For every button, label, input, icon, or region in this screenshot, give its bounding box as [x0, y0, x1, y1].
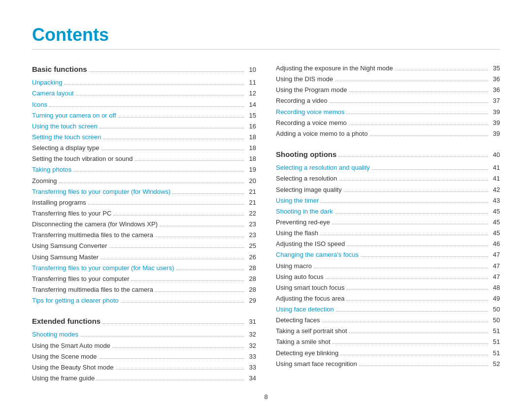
toc-entry: Changing the camera's focus47 — [276, 250, 500, 260]
toc-dots — [172, 193, 244, 194]
spacer — [276, 140, 500, 149]
toc-page-number: 45 — [490, 207, 500, 216]
toc-entry-label: Adding a voice memo to a photo — [276, 129, 367, 139]
toc-dots — [101, 150, 244, 150]
toc-page-number: 32 — [246, 341, 256, 351]
toc-page-number: 41 — [490, 163, 500, 173]
toc-entry-label: Installing programs — [32, 198, 86, 208]
toc-page-number: 18 — [246, 154, 256, 164]
toc-page-number: 29 — [246, 296, 256, 306]
toc-entry-label: Recording a video — [276, 96, 328, 106]
toc-entry-label: Adjusting the ISO speed — [276, 239, 345, 249]
toc-entry-label: Using auto focus — [276, 272, 324, 282]
title-divider — [32, 49, 500, 50]
toc-dots — [103, 139, 244, 139]
toc-entry-label: Setting the touch vibration or sound — [32, 154, 133, 164]
toc-entry: Adjusting the ISO speed46 — [276, 239, 500, 249]
toc-entry-label: Detecting eye blinking — [276, 348, 338, 358]
toc-dots — [102, 323, 244, 324]
toc-page-number: 42 — [490, 185, 500, 195]
toc-entry-label: Transferring multimedia files to the cam… — [32, 230, 153, 240]
toc-dots — [349, 124, 488, 125]
toc-page-number: 52 — [490, 359, 500, 369]
toc-dots — [88, 204, 244, 205]
toc-dots — [100, 259, 244, 259]
toc-entry: Using the Program mode36 — [276, 85, 500, 95]
toc-entry-label: Detecting faces — [276, 315, 320, 325]
toc-page-number: 41 — [490, 174, 500, 184]
toc-entry: Recording a voice memo39 — [276, 118, 500, 128]
toc-entry: Icons14 — [32, 100, 256, 110]
toc-page-number: 45 — [490, 228, 500, 238]
toc-entry: Installing programs21 — [32, 198, 256, 208]
toc-page-number: 25 — [246, 241, 256, 251]
toc-entry-label: Setting the touch screen — [32, 132, 101, 142]
toc-dots — [339, 180, 488, 181]
section-page-number: 40 — [490, 150, 500, 160]
page: Contents Basic functions10Unpacking11Cam… — [0, 0, 532, 401]
toc-entry: Using macro47 — [276, 261, 500, 271]
toc-entry-label: Camera layout — [32, 89, 74, 98]
toc-entry: Using the timer43 — [276, 196, 500, 206]
toc-entry: Shooting in the dark45 — [276, 207, 500, 216]
toc-dots — [109, 247, 244, 248]
toc-dots — [99, 358, 244, 359]
toc-entry: Using smart touch focus48 — [276, 283, 500, 293]
toc-page-number: 23 — [246, 219, 256, 229]
toc-page-number: 47 — [490, 272, 500, 282]
toc-entry-label: Disconnecting the camera (for Windows XP… — [32, 219, 158, 229]
toc-entry: Setting the touch vibration or sound18 — [32, 154, 256, 164]
toc-entry: Using the flash45 — [276, 228, 500, 238]
toc-dots — [176, 270, 245, 270]
left-column: Basic functions10Unpacking11Camera layou… — [32, 63, 256, 384]
toc-entry: Zooming20 — [32, 176, 256, 186]
toc-entry-label: Selecting image quality — [276, 185, 342, 195]
toc-dots — [49, 106, 244, 107]
toc-dots — [346, 114, 488, 114]
toc-entry: Recording a video37 — [276, 96, 500, 106]
section-page-number: 31 — [246, 317, 256, 327]
page-title: Contents — [32, 25, 500, 45]
toc-entry-label: Transferring files to your computer — [32, 274, 129, 284]
toc-entry: Using the touch screen16 — [32, 122, 256, 131]
toc-dots — [322, 322, 488, 322]
toc-entry-label: Adjusting the exposure in the Night mode — [276, 63, 393, 73]
toc-entry: Detecting faces50 — [276, 315, 500, 325]
toc-dots — [135, 160, 244, 161]
toc-page-number: 47 — [490, 261, 500, 271]
toc-dots — [332, 224, 488, 224]
toc-entry: Recording voice memos39 — [276, 107, 500, 117]
toc-page-number: 28 — [246, 263, 256, 273]
toc-dots — [346, 289, 488, 290]
toc-entry-label: Using Samsung Converter — [32, 241, 107, 251]
toc-entry: Taking a smile shot51 — [276, 337, 500, 347]
toc-entry-label: Zooming — [32, 176, 57, 186]
toc-dots — [336, 311, 488, 311]
toc-entry-label: Transferring files to your computer (for… — [32, 263, 174, 273]
toc-entry-label: Transferring multimedia files to the cam… — [32, 285, 153, 295]
toc-entry: Preventing red-eye45 — [276, 217, 500, 227]
toc-section-row: Basic functions10 — [32, 63, 256, 77]
toc-dots — [335, 213, 488, 214]
toc-page-number: 26 — [246, 252, 256, 262]
right-column: Adjusting the exposure in the Night mode… — [276, 63, 500, 384]
toc-entry: Turning your camera on or off15 — [32, 111, 256, 121]
toc-page-number: 36 — [490, 74, 500, 84]
toc-page-number: 12 — [246, 89, 256, 98]
spacer — [32, 307, 256, 315]
toc-page-number: 39 — [490, 129, 500, 139]
toc-page-number: 46 — [490, 239, 500, 249]
toc-page-number: 51 — [490, 348, 500, 358]
toc-entry-label: Using the Scene mode — [32, 352, 97, 362]
toc-entry-label: Taking photos — [32, 165, 71, 175]
toc-dots — [330, 102, 488, 103]
toc-entry-label: Shooting in the dark — [276, 207, 333, 216]
toc-entry: Tips for getting a clearer photo29 — [32, 296, 256, 306]
toc-dots — [320, 235, 488, 235]
toc-entry: Using the Beauty Shot mode33 — [32, 363, 256, 372]
toc-entry: Setting the touch screen18 — [32, 132, 256, 142]
toc-page-number: 47 — [490, 250, 500, 260]
toc-page-number: 22 — [246, 209, 256, 218]
toc-entry-label: Using the Beauty Shot mode — [32, 363, 114, 372]
toc-entry: Adjusting the exposure in the Night mode… — [276, 63, 500, 73]
